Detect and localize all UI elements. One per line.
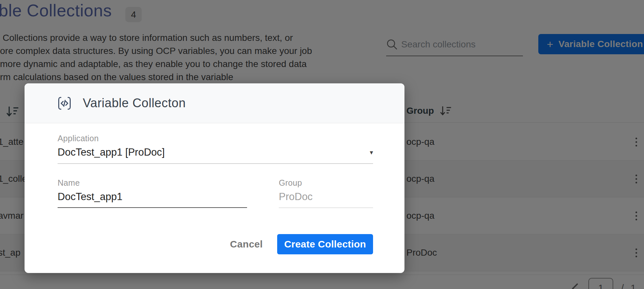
dialog-body: Application DocTest_app1 [ProDoc] ▾ Name…: [25, 123, 404, 254]
dialog-header: Variable Collecton: [25, 83, 404, 123]
group-label: Group: [279, 178, 373, 188]
variable-collection-dialog: Variable Collecton Application DocTest_a…: [25, 83, 404, 273]
group-field: Group ProDoc: [279, 178, 373, 208]
dialog-actions: Cancel Create Collection: [58, 234, 373, 254]
create-collection-button[interactable]: Create Collection: [277, 234, 373, 254]
code-brackets-icon: [57, 95, 72, 111]
group-value: ProDoc: [279, 191, 373, 208]
application-value: DocTest_app1 [ProDoc]: [58, 146, 165, 158]
application-select[interactable]: DocTest_app1 [ProDoc] ▾: [58, 146, 373, 164]
application-label: Application: [58, 134, 373, 143]
application-field: Application DocTest_app1 [ProDoc] ▾: [58, 134, 373, 164]
name-input[interactable]: [58, 191, 247, 208]
cancel-button[interactable]: Cancel: [230, 239, 263, 250]
name-field: Name: [58, 178, 247, 208]
dialog-title: Variable Collecton: [83, 96, 186, 110]
name-label: Name: [58, 178, 247, 188]
app-window: ble Collections 4 Collections provide a …: [0, 0, 644, 289]
caret-down-icon: ▾: [370, 148, 373, 156]
